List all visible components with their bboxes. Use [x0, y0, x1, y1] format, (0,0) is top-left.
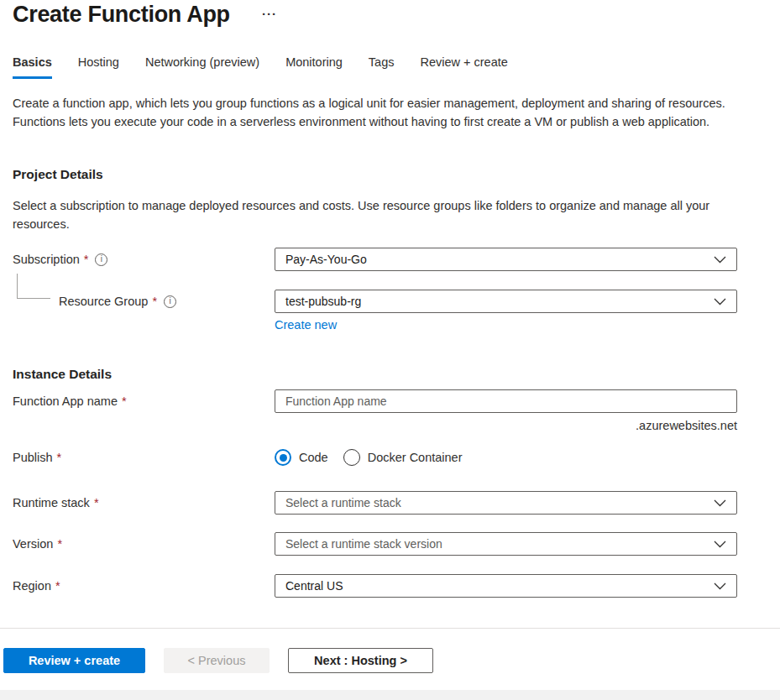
function-app-name-label-text: Function App name	[13, 394, 118, 408]
version-label-text: Version	[13, 537, 53, 551]
version-label: Version *	[13, 537, 275, 551]
more-options-button[interactable]: ···	[262, 7, 277, 21]
tab-bar: Basics Hosting Networking (preview) Moni…	[13, 55, 508, 79]
tab-tags[interactable]: Tags	[369, 55, 395, 79]
required-asterisk: *	[152, 295, 157, 308]
required-asterisk: *	[84, 253, 89, 266]
function-app-name-row: Function App name *	[13, 389, 737, 413]
tab-networking-preview[interactable]: Networking (preview)	[145, 55, 259, 79]
version-dropdown[interactable]: Select a runtime stack version	[275, 532, 737, 556]
instance-details-heading: Instance Details	[13, 367, 112, 382]
domain-suffix: .azurewebsites.net	[13, 419, 737, 432]
publish-option-code[interactable]: Code	[275, 449, 328, 466]
tab-review-create[interactable]: Review + create	[420, 55, 507, 79]
previous-button[interactable]: < Previous	[164, 648, 270, 673]
publish-row: Publish * Code Docker Container	[13, 447, 737, 468]
radio-unselected-icon[interactable]	[343, 449, 360, 466]
region-row: Region * Central US	[13, 574, 737, 598]
tab-monitoring[interactable]: Monitoring	[285, 55, 343, 79]
required-asterisk: *	[94, 496, 99, 509]
bottom-status-bar	[0, 690, 780, 700]
required-asterisk: *	[55, 579, 60, 593]
footer-divider	[0, 628, 780, 629]
chevron-down-icon	[714, 256, 726, 264]
publish-code-label: Code	[299, 451, 328, 464]
region-dropdown[interactable]: Central US	[275, 574, 737, 598]
info-icon[interactable]: i	[164, 295, 176, 308]
project-details-heading: Project Details	[13, 167, 103, 182]
resource-group-dropdown[interactable]: test-pubsub-rg	[275, 290, 737, 313]
publish-option-docker-container[interactable]: Docker Container	[343, 449, 463, 466]
function-app-name-label: Function App name *	[13, 394, 275, 408]
subscription-label-text: Subscription	[13, 253, 80, 266]
required-asterisk: *	[57, 451, 62, 464]
version-row: Version * Select a runtime stack version	[13, 532, 737, 556]
create-new-link[interactable]: Create new	[275, 318, 337, 332]
create-function-app-page: Create Function App ··· Basics Hosting N…	[0, 0, 780, 700]
region-value: Central US	[285, 579, 343, 593]
footer-button-bar: Review + create < Previous Next : Hostin…	[3, 648, 433, 673]
runtime-stack-row: Runtime stack * Select a runtime stack	[13, 491, 737, 515]
region-label-text: Region	[13, 579, 51, 593]
runtime-stack-label: Runtime stack *	[13, 496, 275, 509]
runtime-stack-label-text: Runtime stack	[13, 496, 90, 509]
publish-docker-label: Docker Container	[368, 451, 463, 464]
project-details-description: Select a subscription to manage deployed…	[13, 196, 758, 233]
subscription-dropdown[interactable]: Pay-As-You-Go	[275, 248, 737, 271]
region-label: Region *	[13, 579, 275, 593]
intro-text: Create a function app, which lets you gr…	[13, 94, 762, 131]
runtime-stack-placeholder: Select a runtime stack	[285, 496, 401, 509]
chevron-down-icon	[714, 541, 726, 548]
resource-group-label: Resource Group * i	[13, 295, 275, 308]
required-asterisk: *	[57, 537, 62, 551]
version-placeholder: Select a runtime stack version	[285, 537, 442, 551]
subscription-label: Subscription * i	[13, 253, 275, 266]
radio-selected-icon[interactable]	[275, 449, 291, 466]
subscription-row: Subscription * i Pay-As-You-Go	[13, 248, 737, 271]
chevron-down-icon	[714, 499, 726, 507]
runtime-stack-dropdown[interactable]: Select a runtime stack	[275, 491, 737, 515]
tab-basics[interactable]: Basics	[13, 55, 52, 79]
chevron-down-icon	[714, 298, 726, 306]
publish-radio-group: Code Docker Container	[275, 449, 737, 466]
resource-group-row: Resource Group * i test-pubsub-rg	[13, 290, 737, 313]
publish-label-text: Publish	[13, 451, 53, 464]
function-app-name-input[interactable]	[275, 389, 737, 413]
publish-label: Publish *	[13, 451, 275, 464]
resource-group-label-text: Resource Group	[59, 295, 148, 308]
chevron-down-icon	[714, 582, 726, 590]
resource-group-value: test-pubsub-rg	[285, 295, 361, 308]
page-title: Create Function App	[13, 2, 230, 28]
subscription-value: Pay-As-You-Go	[285, 253, 367, 266]
info-icon[interactable]: i	[95, 253, 107, 266]
next-hosting-button[interactable]: Next : Hosting >	[288, 648, 433, 673]
required-asterisk: *	[122, 394, 127, 408]
tab-hosting[interactable]: Hosting	[78, 55, 119, 79]
review-create-button[interactable]: Review + create	[3, 648, 145, 673]
